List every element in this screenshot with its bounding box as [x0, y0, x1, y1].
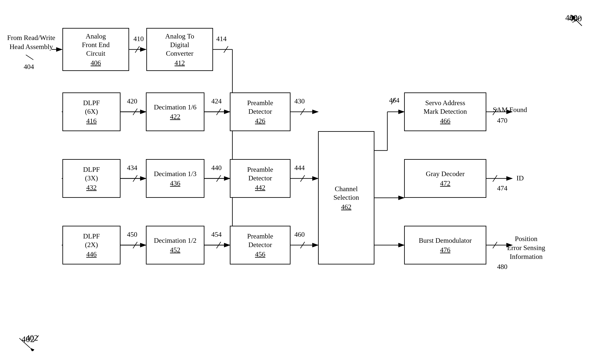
svg-line-26	[300, 175, 305, 182]
dlpf-3x-block: DLPF(3X) 432	[62, 159, 121, 198]
id-label: ID	[517, 174, 524, 183]
servo-address-ref: 466	[440, 117, 450, 125]
ref-424-label: 424	[211, 97, 222, 106]
position-error-label: PositionError SensingInformation	[494, 234, 558, 261]
ref-454-label: 454	[211, 230, 222, 239]
ref-410-label: 410	[133, 34, 144, 43]
decimation-16-ref: 422	[170, 112, 180, 121]
analog-front-end-label: AnalogFront EndCircuit	[82, 32, 110, 58]
preamble-442-ref: 442	[255, 183, 265, 192]
diagram: 400 402	[0, 0, 612, 364]
svg-line-24	[217, 175, 221, 182]
ref-420-label: 420	[127, 97, 137, 106]
ref-460-label: 460	[294, 230, 305, 239]
ref-444-label: 444	[294, 163, 305, 172]
svg-line-5	[135, 46, 139, 53]
dlpf-6x-block: DLPF(6X) 416	[62, 92, 121, 131]
svg-line-52	[19, 338, 30, 348]
preamble-426-block: PreambleDetector 426	[230, 92, 290, 131]
decimation-12-block: Decimation 1/2 452	[146, 226, 204, 264]
arrow-400	[565, 11, 590, 28]
ref-414-label: 414	[216, 34, 227, 43]
preamble-456-ref: 456	[255, 250, 265, 259]
svg-line-22	[133, 175, 137, 182]
adc-label: Analog ToDigitalConverter	[165, 32, 194, 58]
svg-line-32	[300, 242, 305, 248]
svg-line-30	[217, 242, 221, 248]
decimation-16-block: Decimation 1/6 422	[146, 92, 204, 131]
preamble-442-label: PreambleDetector	[247, 165, 273, 182]
dlpf-2x-block: DLPF(2X) 446	[62, 226, 121, 264]
ref-450-label: 450	[127, 230, 137, 239]
decimation-12-ref: 452	[170, 246, 180, 254]
decimation-13-block: Decimation 1/3 436	[146, 159, 204, 198]
svg-line-20	[300, 109, 305, 115]
arrow-402	[13, 334, 39, 351]
dlpf-3x-ref: 432	[86, 183, 97, 192]
preamble-426-label: PreambleDetector	[247, 98, 273, 116]
svg-line-28	[133, 242, 137, 248]
from-rw-label: From Read/WriteHead Assembly	[6, 33, 56, 51]
sam-found-label: SAM Found	[493, 105, 527, 114]
channel-selection-ref: 462	[341, 203, 351, 211]
decimation-12-label: Decimation 1/2	[154, 236, 196, 245]
ref-404-label: 404	[24, 62, 34, 71]
decimation-13-label: Decimation 1/3	[154, 169, 196, 178]
decimation-13-ref: 436	[170, 179, 180, 187]
svg-line-18	[217, 109, 221, 115]
gray-decoder-block: Gray Decoder 472	[404, 159, 486, 198]
svg-line-8	[224, 46, 228, 53]
svg-line-43	[493, 175, 497, 182]
preamble-456-label: PreambleDetector	[247, 232, 273, 249]
ref-464-label: 464	[389, 96, 399, 105]
svg-line-16	[133, 109, 137, 115]
dlpf-3x-label: DLPF(3X)	[83, 165, 100, 182]
channel-selection-block: ChannelSelection 462	[318, 131, 374, 264]
decimation-16-label: Decimation 1/6	[154, 103, 196, 111]
adc-block: Analog ToDigitalConverter 412	[146, 28, 213, 71]
ref-440-label: 440	[211, 163, 222, 172]
preamble-456-block: PreambleDetector 456	[230, 226, 290, 264]
adc-ref: 412	[175, 58, 185, 67]
burst-demodulator-block: Burst Demodulator 476	[404, 226, 486, 264]
svg-line-3	[26, 55, 33, 60]
dlpf-6x-ref: 416	[86, 117, 97, 125]
dlpf-2x-label: DLPF(2X)	[83, 232, 100, 249]
dlpf-6x-label: DLPF(6X)	[83, 98, 100, 116]
analog-front-end-block: AnalogFront EndCircuit 406	[62, 28, 129, 71]
burst-demodulator-ref: 476	[440, 246, 450, 254]
servo-address-label: Servo AddressMark Detection	[423, 98, 467, 116]
preamble-426-ref: 426	[255, 117, 265, 125]
preamble-442-block: PreambleDetector 442	[230, 159, 290, 198]
ref-480-label: 480	[497, 262, 507, 271]
ref-474-label: 474	[497, 184, 507, 193]
dlpf-2x-ref: 446	[86, 250, 97, 259]
gray-decoder-label: Gray Decoder	[426, 169, 465, 178]
gray-decoder-ref: 472	[440, 179, 450, 187]
ref-434-label: 434	[127, 163, 137, 172]
svg-line-50	[571, 15, 582, 26]
servo-address-block: Servo AddressMark Detection 466	[404, 92, 486, 131]
burst-demodulator-label: Burst Demodulator	[419, 236, 472, 245]
channel-selection-label: ChannelSelection	[333, 184, 359, 202]
ref-430-label: 430	[294, 97, 305, 106]
ref-470-label: 470	[497, 116, 507, 125]
analog-front-end-ref: 406	[91, 58, 101, 67]
